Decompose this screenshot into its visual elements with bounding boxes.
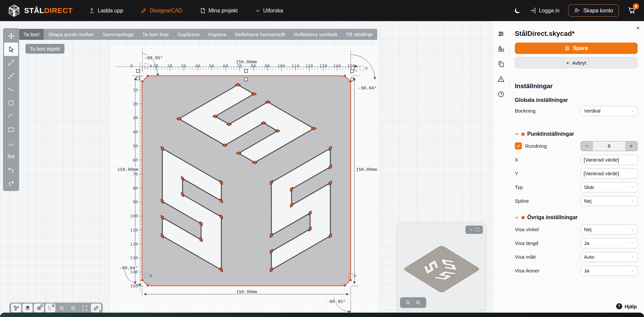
chip-sammanfoga[interactable]: Sammanfoga	[98, 29, 138, 40]
visa-vinkel-select[interactable]: Nej	[581, 225, 638, 235]
nav-design-cad[interactable]: Designa/CAD	[141, 7, 182, 14]
cancel-button[interactable]: × Avbryt	[515, 57, 638, 68]
x-input[interactable]	[581, 155, 638, 165]
visa-ikoner-select[interactable]: Ja	[581, 266, 638, 276]
y-row: Y	[515, 167, 638, 180]
nodes-icon	[13, 305, 19, 311]
zoom-out-button[interactable]	[57, 304, 67, 312]
save-button[interactable]: Spara	[515, 43, 638, 54]
redo-button[interactable]	[4, 177, 18, 190]
zoom-in-icon[interactable]	[415, 300, 421, 306]
copy-tab[interactable]	[497, 60, 505, 68]
bockning-select[interactable]: Vertikal	[581, 106, 638, 116]
zoom-out-icon[interactable]	[405, 300, 411, 306]
line-tool[interactable]	[4, 56, 18, 69]
chevron-down-icon	[631, 255, 634, 259]
nav-explore[interactable]: Utforska	[255, 8, 283, 14]
text-tool[interactable]: Aa	[4, 150, 18, 163]
panel-icon-strip	[493, 21, 510, 313]
settings-heading: Inställningar	[515, 82, 638, 90]
rectangle-tool[interactable]	[4, 123, 18, 136]
chip-reflektera-vertikalt[interactable]: Reflektera vertikalt	[290, 29, 341, 40]
move-tool[interactable]	[4, 29, 18, 43]
spline-select[interactable]: Nej	[581, 196, 638, 206]
zoom-fit-button[interactable]	[80, 304, 90, 312]
chip-skapa-punkt-mellan[interactable]: Skapa punkt mellan	[44, 29, 98, 40]
view-toolbar: U U 1	[9, 303, 103, 313]
visa-vinkel-label: Visa vinkel	[515, 227, 539, 232]
chip-duplicera[interactable]: Duplicera	[173, 29, 204, 40]
bockning-label: Bockning	[515, 108, 536, 114]
visa-vinkel-row: Visa vinkel Nej	[515, 223, 638, 236]
visa-matt-label: Visa mått	[515, 254, 536, 260]
copy-icon	[497, 60, 505, 68]
settings-tab[interactable]	[497, 30, 505, 38]
shapes-tab[interactable]	[497, 45, 505, 53]
chevron-down-icon	[631, 109, 634, 113]
chip-ta-bort-linje[interactable]: Ta bort linje	[138, 29, 173, 40]
settings-panel: × StålDirect.skycad* Spara × Avbryt Inst…	[510, 21, 644, 313]
signup-button[interactable]: Skapa konto	[568, 4, 619, 17]
visa-matt-row: Visa mått Auto	[515, 251, 638, 263]
bend-tool[interactable]	[4, 136, 18, 150]
3d-preview-pane[interactable]	[397, 223, 486, 311]
ovriga-section-header[interactable]: Övriga inställningar	[515, 213, 638, 222]
rundning-value[interactable]: 8	[593, 141, 625, 151]
warnings-tab[interactable]	[497, 75, 505, 83]
zoom-out-icon	[59, 305, 65, 311]
arc-icon	[7, 113, 15, 120]
chip-ta-bort[interactable]: Ta bort	[19, 29, 44, 40]
help-label: Hjälp	[625, 304, 637, 309]
punktinstallningar-section-header[interactable]: Punktinställningar	[515, 130, 638, 138]
preview-minimize-button[interactable]	[465, 226, 483, 234]
arc-tool[interactable]	[4, 110, 18, 123]
close-icon[interactable]: ×	[636, 25, 640, 31]
cart-button[interactable]: 0	[628, 6, 636, 15]
typ-row: Typ Skär	[515, 181, 638, 193]
cursor-icon	[8, 46, 15, 53]
login-icon	[530, 7, 536, 14]
divider	[513, 75, 639, 75]
punkt-section-title: Punktinställningar	[527, 131, 574, 137]
snap-object-toggle[interactable]: U	[45, 304, 55, 312]
login-button[interactable]: Logga in	[530, 7, 559, 14]
shapes-icon	[497, 45, 505, 53]
dark-mode-moon-icon[interactable]	[514, 7, 521, 14]
show-grid-toggle[interactable]	[22, 304, 33, 312]
text-tool-icon: Aa	[8, 153, 15, 160]
nav-upload[interactable]: Ladda upp	[89, 7, 123, 14]
stepper-plus-button[interactable]: +	[625, 141, 637, 151]
visa-langd-label: Visa längd	[515, 240, 538, 246]
chip-kopiera[interactable]: Kopiera	[204, 29, 230, 40]
measure-button[interactable]: 1	[91, 304, 101, 312]
rundning-checkbox[interactable]	[515, 142, 522, 149]
document-icon	[200, 7, 206, 14]
zoom-in-icon	[70, 305, 77, 311]
nav-my-projects[interactable]: Mina projekt	[200, 7, 238, 14]
help-button[interactable]: ? Hjälp	[616, 303, 637, 309]
brand-name: STÅLDIRECT	[24, 6, 72, 15]
brand[interactable]: STÅLDIRECT	[7, 4, 72, 17]
curve-tool[interactable]	[4, 83, 18, 96]
stepper-minus-button[interactable]: −	[581, 141, 593, 151]
select-tool[interactable]	[4, 43, 18, 56]
typ-select[interactable]: Skär	[581, 182, 638, 192]
snap-grid-toggle[interactable]: U	[34, 304, 44, 312]
y-label: Y	[515, 171, 518, 176]
zoom-in-button[interactable]	[68, 304, 78, 312]
polyline-tool[interactable]	[4, 69, 18, 83]
help-tab[interactable]	[497, 90, 505, 98]
app-root: 0 10 20 30 40 50 60 70 80 90 100 110 120…	[0, 0, 644, 317]
ruler-icon	[93, 305, 99, 311]
chevron-down-icon	[631, 199, 634, 203]
y-input[interactable]	[581, 169, 638, 179]
visa-matt-select[interactable]: Auto	[581, 252, 638, 262]
chip-till-stodlinje[interactable]: Till stödlinje	[341, 29, 377, 40]
circle-tool[interactable]	[4, 96, 18, 110]
visa-langd-select[interactable]: Ja	[581, 238, 638, 248]
top-navbar: STÅLDIRECT Ladda upp Designa/CAD Mina pr…	[0, 0, 644, 21]
chip-reflektera-horisontellt[interactable]: Reflektera horisontellt	[231, 29, 290, 40]
undo-button[interactable]	[4, 163, 18, 177]
wave-icon	[7, 86, 15, 93]
show-nodes-toggle[interactable]	[11, 304, 21, 312]
